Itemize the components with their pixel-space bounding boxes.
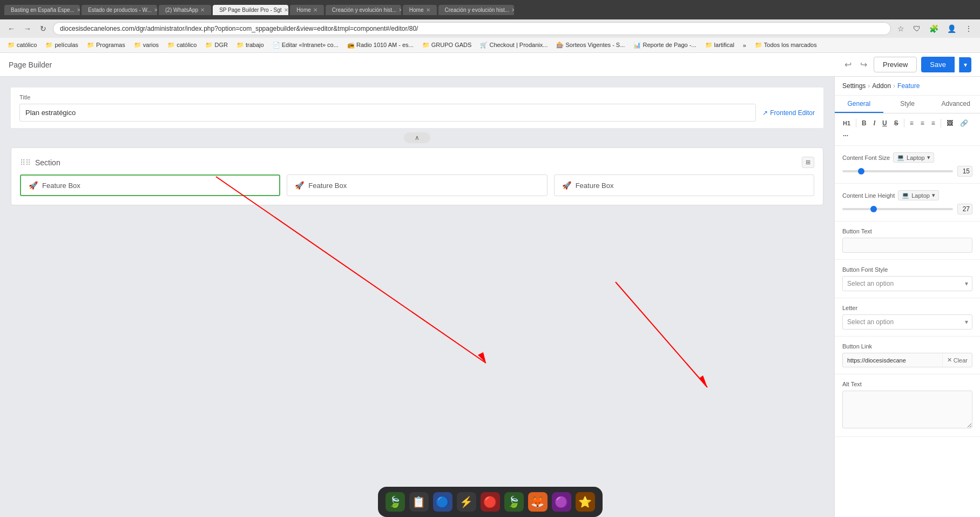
link-clear-button[interactable]: ✕ Clear [942, 353, 972, 367]
device-selector-font[interactable]: 💻 Laptop ▾ [893, 152, 934, 163]
taskbar-icon-1[interactable]: 🍃 [386, 492, 405, 512]
frontend-editor-button[interactable]: ↗ Frontend Editor [762, 109, 815, 117]
browser-tab-2[interactable]: Estado de productos - W...✕ [82, 5, 157, 15]
bookmark-peliculas[interactable]: 📁 películas [42, 41, 81, 50]
redo-button[interactable]: ↪ [858, 57, 869, 72]
content-font-size-value[interactable] [957, 166, 972, 177]
format-italic-button[interactable]: I [871, 118, 878, 129]
chevron-down-icon-2: ▾ [932, 192, 935, 199]
taskbar-icon-2[interactable]: 📋 [409, 492, 429, 512]
bookmark-programas[interactable]: 📁 Programas [84, 41, 129, 50]
svg-line-2 [616, 282, 707, 387]
format-align-left-button[interactable]: ≡ [907, 118, 916, 129]
letter-select[interactable]: Select an option [842, 314, 972, 330]
panel-breadcrumb: Settings › Addon › Feature [835, 77, 980, 96]
feature-box-2[interactable]: 🚀 Feature Box [287, 174, 547, 196]
clear-x-icon: ✕ [947, 357, 952, 364]
tab-style[interactable]: Style [883, 96, 932, 113]
top-bar: Page Builder ↩ ↪ Preview Save ▾ [0, 53, 980, 77]
taskbar-icon-5[interactable]: 🔴 [481, 492, 500, 512]
browser-tab-8[interactable]: Creación y evolución hist...✕ [438, 5, 514, 15]
taskbar-icon-9[interactable]: ⭐ [576, 492, 595, 512]
browser-tab-6[interactable]: Creación y evolución hist...✕ [326, 5, 401, 15]
browser-tab-3[interactable]: (2) WhatsApp✕ [159, 5, 211, 15]
feature-box-3[interactable]: 🚀 Feature Box [554, 174, 814, 196]
button-text-input[interactable] [842, 238, 972, 253]
rocket-icon-1: 🚀 [29, 181, 38, 190]
device-selector-line-height[interactable]: 💻 Laptop ▾ [898, 190, 939, 200]
format-underline-button[interactable]: U [880, 118, 890, 129]
format-bold-button[interactable]: B [859, 118, 869, 129]
format-align-right-button[interactable]: ≡ [929, 118, 938, 129]
format-align-center-button[interactable]: ≡ [918, 118, 927, 129]
format-link-button[interactable]: 🔗 [957, 118, 971, 129]
more-button[interactable]: ⋮ [963, 23, 975, 34]
taskbar-icon-3[interactable]: 🔵 [433, 492, 452, 512]
font-size-slider-row [842, 166, 972, 177]
bookmark-grupo[interactable]: 📁 GRUPO GADS [419, 41, 475, 50]
rocket-icon-2: 🚀 [295, 181, 304, 190]
bookmark-dgr[interactable]: 📁 DGR [202, 41, 231, 50]
content-line-height-label: Content Line Height 💻 Laptop ▾ [842, 190, 972, 200]
format-strikethrough-button[interactable]: S [891, 118, 901, 129]
format-more-button[interactable]: ··· [840, 130, 851, 141]
address-input[interactable] [53, 22, 891, 35]
bookmark-reporte[interactable]: 📊 Reporte de Pago -... [630, 41, 699, 50]
breadcrumb-settings[interactable]: Settings [842, 82, 866, 90]
format-image-button[interactable]: 🖼 [944, 118, 956, 129]
toolbar-separator-1 [856, 119, 856, 127]
browser-tab-5[interactable]: Home✕ [290, 5, 324, 15]
toolbar-separator-2 [904, 119, 904, 127]
bookmark-catolico[interactable]: 📁 católico [4, 41, 40, 50]
content-line-height-value[interactable] [957, 204, 972, 214]
bookmark-more[interactable]: » [740, 41, 749, 50]
bookmark-editar[interactable]: 📄 Editar «Intranet» co... [269, 41, 342, 50]
preview-button[interactable]: Preview [874, 57, 917, 72]
alt-text-input[interactable] [842, 391, 972, 428]
content-font-size-slider[interactable] [842, 170, 953, 172]
bookmark-todos[interactable]: 📁 Todos los marcados [752, 41, 820, 50]
button-font-style-select[interactable]: Select an option [842, 276, 972, 291]
collapse-button[interactable]: ∧ [404, 132, 430, 143]
tab-advanced[interactable]: Advanced [931, 96, 980, 113]
bookmark-lartifical[interactable]: 📁 lartifical [702, 41, 738, 50]
forward-button[interactable]: → [22, 23, 33, 34]
taskbar-icon-6[interactable]: 🍃 [504, 492, 524, 512]
refresh-button[interactable]: ↻ [38, 23, 49, 34]
button-text-section: Button Text [835, 221, 980, 260]
browser-tab-7[interactable]: Home✕ [403, 5, 437, 15]
profile-button[interactable]: 👤 [945, 23, 958, 34]
taskbar-icon-7[interactable]: 🦊 [528, 492, 548, 512]
feature-box-1[interactable]: 🚀 Feature Box [20, 174, 280, 196]
title-input[interactable] [19, 104, 756, 122]
button-link-input[interactable] [843, 354, 942, 367]
breadcrumb-addon[interactable]: Addon [872, 82, 891, 90]
taskbar-icon-8[interactable]: 🟣 [552, 492, 571, 512]
drag-handle-icon[interactable]: ⠿⠿ [20, 158, 31, 167]
section-title: Section [35, 158, 60, 167]
tab-general[interactable]: General [835, 96, 883, 113]
taskbar-icon-4[interactable]: ⚡ [457, 492, 476, 512]
bookmark-button[interactable]: ☆ [895, 23, 907, 34]
back-button[interactable]: ← [5, 23, 17, 34]
bookmark-trabajo[interactable]: 📁 trabajo [233, 41, 267, 50]
bookmark-sorteos[interactable]: 🎰 Sorteos Vigentes - S... [553, 41, 628, 50]
app-wrapper: Page Builder ↩ ↪ Preview Save ▾ Title [0, 53, 980, 517]
browser-tab-4[interactable]: SP Page Builder Pro - Sgt✕ [213, 5, 288, 15]
content-line-height-slider[interactable] [842, 208, 953, 210]
chevron-down-icon: ▾ [927, 154, 930, 161]
bookmark-radio[interactable]: 📻 Radio 1010 AM - es... [344, 41, 417, 50]
breadcrumb-sep-1: › [868, 82, 870, 90]
section-settings-button[interactable]: ⊞ [802, 157, 814, 168]
save-button[interactable]: Save [921, 57, 955, 72]
bookmark-catolico2[interactable]: 📁 católico [164, 41, 200, 50]
button-font-style-label: Button Font Style [842, 266, 972, 273]
extension-button[interactable]: 🧩 [927, 23, 941, 34]
format-h1-button[interactable]: H1 [840, 118, 853, 128]
save-dropdown-button[interactable]: ▾ [959, 57, 971, 72]
browser-tab-1[interactable]: Basting en España Espe...✕ [4, 5, 80, 15]
bookmark-varios[interactable]: 📁 varios [131, 41, 162, 50]
bookmark-checkout[interactable]: 🛒 Checkout | Prodanix... [477, 41, 551, 50]
undo-button[interactable]: ↩ [842, 57, 854, 72]
alt-text-section: Alt Text [835, 374, 980, 437]
